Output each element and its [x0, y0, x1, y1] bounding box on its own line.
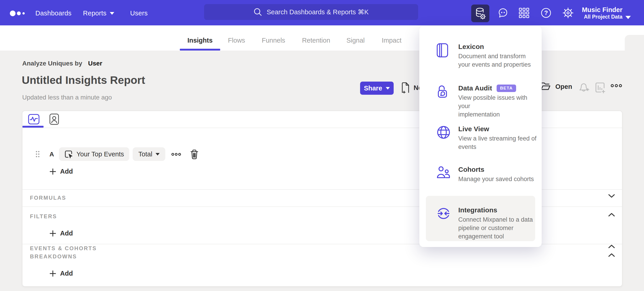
book-icon: [436, 43, 450, 69]
menu-item-title: Live View: [458, 124, 540, 133]
database-gear-icon: [474, 7, 486, 20]
share-label: Share: [364, 84, 382, 92]
plus-icon: [50, 230, 56, 237]
chevron-up-icon: [608, 244, 615, 248]
metric-name: Total: [138, 150, 152, 158]
add-label: Add: [60, 270, 73, 277]
open-report-button[interactable]: Open: [540, 82, 572, 91]
menu-item-lexicon[interactable]: Lexicon Document and transform your even…: [419, 42, 542, 69]
active-tab-underline: [180, 49, 220, 50]
menu-item-cohorts[interactable]: Cohorts Manage your saved cohorts: [419, 165, 542, 183]
event-more-options-button[interactable]: [171, 153, 181, 156]
events-section-label: EVENTS & COHORTS: [30, 245, 97, 252]
breakdowns-collapse-button[interactable]: [608, 253, 615, 257]
menu-item-desc: View possible issues with your implement…: [458, 94, 540, 119]
add-label: Add: [60, 168, 73, 175]
event-selector-button[interactable]: Your Top Events: [59, 147, 129, 161]
add-filter-button[interactable]: Add: [50, 230, 73, 237]
add-event-button[interactable]: Add: [50, 168, 73, 175]
menu-item-title: Data Audit BETA: [458, 84, 540, 93]
menu-item-desc: Document and transform your events and p…: [458, 52, 540, 69]
add-label: Add: [60, 230, 73, 237]
menu-item-live-view[interactable]: Live View View a live streaming feed of …: [419, 124, 542, 151]
analyze-line: Analyze Uniques byUser: [22, 60, 102, 67]
global-search[interactable]: [204, 4, 418, 20]
data-management-menu: Lexicon Document and transform your even…: [419, 26, 542, 247]
folder-open-icon: [540, 82, 551, 91]
chevron-up-icon: [608, 213, 615, 217]
delete-event-button[interactable]: [190, 149, 199, 160]
settings-button[interactable]: [562, 7, 574, 18]
menu-item-title: Lexicon: [458, 42, 540, 51]
menu-item-integrations[interactable]: Integrations Connect Mixpanel to a data …: [419, 206, 542, 241]
series-letter: A: [50, 151, 54, 158]
nav-users[interactable]: Users: [130, 9, 148, 17]
question-circle-icon: ?: [540, 7, 552, 18]
formulas-section-label: FORMULAS: [30, 195, 66, 201]
cursor-click-icon: [64, 150, 73, 158]
report-type-tabbar: Insights Flows Funnels Retention Signal …: [0, 25, 644, 50]
tab-funnels[interactable]: Funnels: [262, 37, 285, 44]
nav-users-label: Users: [130, 9, 148, 17]
chart-add-icon: [595, 82, 606, 94]
nav-dashboards-label: Dashboards: [35, 9, 72, 17]
right-gutter: [625, 35, 644, 291]
pulse-chart-icon: [28, 114, 40, 124]
grid-icon: [519, 8, 529, 18]
tab-events-view[interactable]: [28, 114, 40, 125]
drag-handle[interactable]: [35, 150, 40, 158]
tab-flows[interactable]: Flows: [228, 37, 245, 44]
menu-item-data-audit[interactable]: Data Audit BETA View possible issues wit…: [419, 84, 542, 119]
updated-timestamp: Updated less than a minute ago: [22, 94, 112, 101]
analyze-prefix: Analyze Uniques by: [22, 60, 82, 67]
nav-dashboards[interactable]: Dashboards: [35, 9, 72, 17]
people-icon: [436, 166, 450, 183]
menu-item-title-text: Data Audit: [458, 84, 492, 93]
menu-item-title: Integrations: [458, 206, 540, 215]
share-button[interactable]: Share: [360, 82, 394, 95]
nav-reports[interactable]: Reports: [83, 9, 114, 17]
tab-impact[interactable]: Impact: [382, 37, 401, 44]
filters-section-label: FILTERS: [30, 213, 57, 220]
analyze-entity-dropdown[interactable]: User: [88, 60, 102, 67]
active-view-underline: [22, 126, 44, 128]
formulas-expand-button[interactable]: [608, 194, 615, 198]
project-name: Music Finder: [576, 6, 622, 13]
trash-icon: [190, 149, 199, 160]
document-add-icon: [401, 82, 410, 93]
feedback-button[interactable]: [498, 8, 508, 18]
project-caret-icon[interactable]: [626, 16, 631, 19]
menu-item-desc: Manage your saved cohorts: [458, 175, 540, 183]
add-to-dashboard-button[interactable]: [595, 82, 606, 94]
report-more-options-button[interactable]: [610, 84, 622, 87]
breakdowns-section-label: BREAKDOWNS: [30, 253, 77, 260]
padlock-icon: [436, 84, 450, 119]
tab-signal[interactable]: Signal: [346, 37, 365, 44]
apps-grid-button[interactable]: [519, 8, 529, 18]
search-input[interactable]: [267, 8, 369, 16]
project-switcher[interactable]: Music Finder All Project Data: [576, 6, 622, 20]
plus-icon: [50, 168, 56, 175]
filters-collapse-button[interactable]: [608, 213, 615, 217]
events-collapse-button[interactable]: [608, 244, 615, 248]
plus-icon: [50, 270, 56, 277]
three-dots-icon: [171, 153, 181, 156]
event-name: Your Top Events: [76, 150, 124, 158]
help-button[interactable]: ?: [540, 7, 552, 18]
mixpanel-logo-icon[interactable]: [10, 10, 28, 17]
mixpanel-app: Dashboards Reports Users: [0, 0, 644, 291]
profile-card-icon: [49, 113, 59, 125]
alert-add-button[interactable]: [578, 82, 590, 93]
data-management-button[interactable]: [471, 4, 489, 22]
add-breakdown-button[interactable]: Add: [50, 270, 73, 277]
svg-text:?: ?: [544, 9, 548, 16]
tab-insights[interactable]: Insights: [187, 37, 212, 44]
tab-retention[interactable]: Retention: [302, 37, 330, 44]
caret-down-icon: [386, 87, 390, 89]
tab-profiles-view[interactable]: [48, 114, 60, 125]
top-navigation-bar: Dashboards Reports Users: [0, 0, 644, 25]
beta-badge: BETA: [496, 84, 516, 92]
sync-arrows-icon: [436, 207, 450, 241]
metric-selector-button[interactable]: Total: [133, 147, 165, 161]
caret-down-icon: [110, 12, 114, 15]
